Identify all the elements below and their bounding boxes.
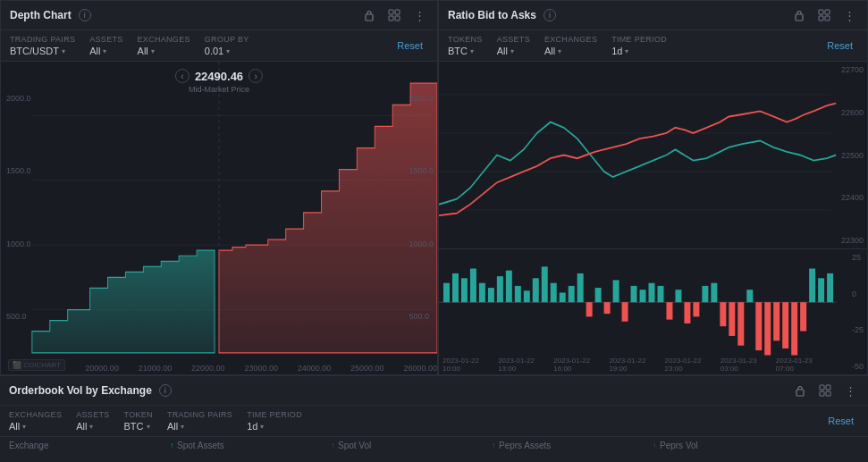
exchanges-label-ratio: Exchanges [544,35,597,44]
svg-rect-28 [515,286,521,302]
depth-chart-header: Depth Chart i ⋮ [1,1,437,30]
svg-rect-24 [479,283,485,303]
depth-reset-button[interactable]: Reset [392,38,428,53]
orderbook-reset-button[interactable]: Reset [822,414,859,428]
prev-price-arrow[interactable]: ‹ [175,69,190,83]
ratio-more-icon[interactable]: ⋮ [840,6,858,24]
col-spot-vol[interactable]: ↑ Spot Vol [331,441,492,450]
orderbook-controls: Exchanges All ▾ Assets All ▾ Token BTC ▾ [0,406,868,437]
assets-dropdown-ob[interactable]: All ▾ [76,421,109,432]
trading-pairs-label: Trading Pairs [10,35,75,44]
exchanges-dropdown-depth[interactable]: All ▾ [138,46,190,56]
mid-price-value: 22490.46 [195,70,243,83]
svg-rect-23 [470,269,476,303]
depth-chart-info-icon[interactable]: i [79,9,91,21]
orderbook-info-icon[interactable]: i [159,384,172,397]
grid-icon[interactable] [385,6,403,24]
more-icon[interactable]: ⋮ [410,6,428,24]
svg-rect-27 [506,271,512,303]
sort-up-icon-4: ↑ [653,441,656,449]
svg-rect-25 [488,288,494,302]
svg-rect-57 [737,302,744,345]
assets-control-ratio: Assets All ▾ [497,35,530,56]
assets-label-ob: Assets [76,410,109,419]
svg-rect-29 [524,290,530,302]
svg-rect-10 [796,14,803,21]
svg-rect-2 [395,10,400,14]
assets-dropdown-depth[interactable]: All ▾ [89,46,122,56]
depth-chart-svg [1,62,437,374]
group-by-dropdown[interactable]: 0.01 ▾ [205,46,249,56]
exchanges-label-depth: Exchanges [138,35,190,44]
svg-rect-30 [533,278,539,302]
ratio-chart-header: Ratio Bid to Asks i ⋮ [439,1,867,30]
ratio-bottom-svg [439,249,867,374]
col-peprs-vol[interactable]: ↑ Peprs Vol [653,441,813,450]
depth-chart-title: Depth Chart [10,9,72,21]
ratio-lock-icon[interactable] [790,6,808,24]
svg-rect-26 [497,276,503,302]
svg-rect-55 [720,302,726,326]
mid-price-label: Mid-Market Price [189,85,249,94]
next-price-arrow[interactable]: › [249,69,263,83]
lock-icon[interactable] [360,6,378,24]
svg-rect-48 [827,273,833,302]
trading-pairs-control: Trading Pairs BTC/USDT ▾ [10,35,75,56]
svg-rect-61 [782,302,788,349]
svg-rect-3 [389,16,393,21]
orderbook-more-icon[interactable]: ⋮ [841,382,859,399]
col-exchange: Exchange [9,441,170,450]
trading-pairs-label-ob: Trading Pairs [167,410,232,419]
watermark: ⬛ COICHART [8,359,65,371]
svg-rect-21 [452,273,459,302]
svg-rect-54 [693,302,699,316]
trading-pairs-arrow: ▾ [62,47,65,55]
time-period-dropdown-ratio[interactable]: 1d ▾ [611,46,667,56]
svg-rect-38 [631,286,637,302]
svg-rect-36 [595,288,602,302]
trading-pairs-control-ob: Trading Pairs All ▾ [167,410,232,432]
trading-pairs-dropdown[interactable]: BTC/USDT ▾ [10,46,75,56]
svg-rect-47 [818,278,824,302]
orderbook-lock-icon[interactable] [791,382,809,399]
time-period-control-ob: Time Period 1d ▾ [247,410,302,432]
orderbook-table-header: Exchange ↑ Spot Assets ↑ Spot Vol ↑ Pepr… [0,437,868,454]
ratio-x-axis: 2023-01-22 10:00 2023-01-22 13:00 2023-0… [442,357,831,373]
svg-rect-63 [800,302,806,331]
depth-chart-controls: Trading Pairs BTC/USDT ▾ Assets All ▾ Ex… [1,30,437,62]
svg-rect-49 [586,302,593,316]
svg-rect-60 [773,302,780,340]
svg-rect-45 [746,290,753,302]
assets-control-ob: Assets All ▾ [76,410,109,432]
ratio-chart-panel: Ratio Bid to Asks i ⋮ [438,0,868,375]
ratio-chart-info-icon[interactable]: i [544,9,556,21]
svg-rect-50 [604,302,611,314]
ratio-chart-title: Ratio Bid to Asks [448,9,536,21]
orderbook-grid-icon[interactable] [816,382,834,399]
svg-rect-20 [443,283,450,303]
ratio-grid-icon[interactable] [815,6,833,24]
token-dropdown-ob[interactable]: BTC ▾ [124,421,153,432]
ratio-reset-button[interactable]: Reset [822,38,858,53]
exchanges-dropdown-ratio[interactable]: All ▾ [544,46,597,56]
orderbook-title: Orderbook Vol by Exchange [9,384,152,397]
exchanges-dropdown-ob[interactable]: All ▾ [9,421,62,432]
ratio-chart-panel-icons: ⋮ [790,6,858,24]
col-spot-assets[interactable]: ↑ Spot Assets [170,441,331,450]
svg-rect-52 [666,302,672,319]
svg-rect-64 [796,390,804,396]
orderbook-panel-icons: ⋮ [791,382,859,399]
exchanges-control-depth: Exchanges All ▾ [138,35,190,56]
svg-rect-51 [622,302,628,322]
col-peprs-assets[interactable]: ↑ Peprs Assets [492,441,653,450]
ratio-top-chart: 22700 22600 22500 22400 22300 [439,62,867,249]
ratio-chart-controls: Tokens BTC ▾ Assets All ▾ Exchanges All … [439,30,867,62]
time-period-label-ob: Time Period [247,410,302,419]
assets-dropdown-ratio[interactable]: All ▾ [497,46,530,56]
sort-up-icon: ↑ [170,441,173,449]
tokens-dropdown[interactable]: BTC ▾ [448,46,483,56]
svg-rect-41 [657,286,663,302]
time-period-control-ratio: Time Period 1d ▾ [611,35,667,56]
trading-pairs-dropdown-ob[interactable]: All ▾ [167,421,232,432]
time-period-dropdown-ob[interactable]: 1d ▾ [247,421,302,432]
